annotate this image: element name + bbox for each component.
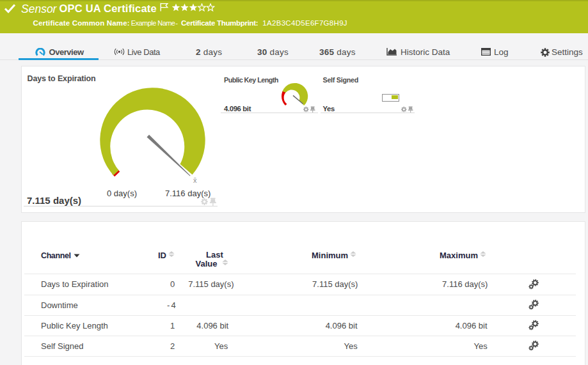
svg-text:x̄: x̄ (193, 176, 197, 184)
